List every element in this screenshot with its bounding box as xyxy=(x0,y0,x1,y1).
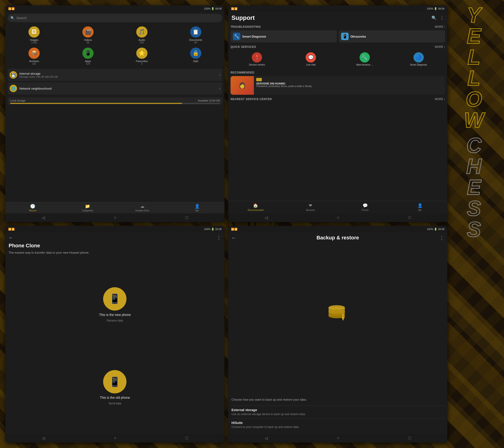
filemanager-bottom-nav: 🕐 Recent 📁 Categories ☁ Huawei Drive 👤 M… xyxy=(5,202,224,213)
images-icon: 🖼 xyxy=(28,26,40,37)
recents-nav-3[interactable]: □ xyxy=(185,436,188,441)
old-phone-option[interactable]: 📱 This is the old phone Send data xyxy=(100,370,130,405)
file-item-videos[interactable]: 🎬 Videos 69 xyxy=(62,25,115,45)
internal-storage-name: Internal storage xyxy=(19,72,217,75)
archives-label: Archives xyxy=(29,60,39,63)
internal-storage-item[interactable]: 💾 Internal storage Storage used: 104.36 … xyxy=(8,69,222,81)
support-search-icon[interactable]: 🔍 xyxy=(432,15,437,20)
signal-2: 📶📶 xyxy=(231,7,237,10)
network-storage-info: Network neighbourhood xyxy=(19,87,217,90)
search-bar[interactable]: 🔍 Search xyxy=(8,14,222,22)
search-placeholder: Search xyxy=(16,16,27,20)
network-storage-item[interactable]: 🌐 Network neighbourhood › xyxy=(8,82,222,94)
apps-label: Apps xyxy=(85,60,91,63)
home-nav-4[interactable]: ○ xyxy=(337,436,340,441)
recommended-img-placeholder: 👩 xyxy=(239,82,246,89)
recommended-section: RECOMMENDED 👩 SERVISNÉ DNI HUAWEI Pravid… xyxy=(228,70,447,96)
local-storage-bar: Local storage Available 23.64 GB xyxy=(8,97,222,105)
external-storage-option[interactable]: External storage Use an external storage… xyxy=(232,406,444,419)
recommended-subtitle: Pravidelné, predvídavy Servis, potek a k… xyxy=(256,85,443,88)
qs-live-chat[interactable]: 💬 Live chat xyxy=(285,50,337,68)
documents-label: Documents xyxy=(189,38,202,41)
old-phone-sub: Send data xyxy=(108,402,121,405)
qs-smart-diag[interactable]: 🔵 Smart Diagnosis xyxy=(392,50,445,68)
new-phone-option[interactable]: 📱 This is the new phone Receive data xyxy=(99,287,131,322)
file-item-apps[interactable]: 📱 Apps 124 xyxy=(62,46,115,67)
favourites-icon: ⭐ xyxy=(136,48,147,59)
home-nav-3[interactable]: ○ xyxy=(114,436,117,441)
clone-back-button[interactable]: ← xyxy=(9,235,13,240)
file-item-images[interactable]: 🖼 Images 2,941 xyxy=(8,25,61,45)
documents-icon: 📋 xyxy=(190,26,201,37)
quick-services-section: QUICK SERVICES MORE › 📍 Service centers … xyxy=(228,44,447,70)
nav-me-fm[interactable]: 👤 Me xyxy=(170,204,224,212)
external-storage-desc: Use an external storage device to back u… xyxy=(232,412,444,416)
nearest-more[interactable]: MORE › xyxy=(435,98,445,101)
clone-subtitle: The easiest way to transfer data to your… xyxy=(5,251,224,259)
letter-y: Y xyxy=(450,5,497,26)
quick-services-more[interactable]: MORE › xyxy=(435,45,445,49)
nn-me[interactable]: 👤 Me xyxy=(393,201,447,213)
screen-support: 📶📶 100% 🔋 08:09 Support 🔍 ⋮ TROUBLESHOOT… xyxy=(228,5,447,222)
support-more-icon[interactable]: ⋮ xyxy=(440,15,444,20)
recommended-title: SERVISNÉ DNI HUAWEI xyxy=(256,82,443,85)
system-nav-3: ◁ ○ □ xyxy=(5,434,224,443)
nn-forum[interactable]: 💬 Forum xyxy=(338,201,393,213)
recommended-card[interactable]: 👩 SERVISNÉ DNI HUAWEI Pravidelné, predví… xyxy=(231,76,445,95)
apps-count: 124 xyxy=(86,63,90,65)
huawei-brand-badge xyxy=(256,78,262,81)
back-nav-3[interactable]: ◁ xyxy=(42,436,45,441)
back-nav-1[interactable]: ◁ xyxy=(42,215,45,220)
yellow-chess-title: Y E L L O W C H E S S xyxy=(450,5,497,240)
home-nav-1[interactable]: ○ xyxy=(114,215,117,220)
audio-icon: 🎵 xyxy=(136,26,147,37)
smart-diag-qs-label: Smart Diagnosis xyxy=(410,63,427,66)
qs-service-centers[interactable]: 📍 Service centers xyxy=(231,50,284,68)
new-phone-label: This is the new phone xyxy=(99,313,131,317)
categories-label: Categories xyxy=(82,209,93,212)
nav-huawei-drive[interactable]: ☁ Huawei Drive xyxy=(115,204,170,212)
network-storage-arrow: › xyxy=(219,86,220,90)
internal-storage-sub: Storage used: 104.36 GB/128 GB xyxy=(19,75,217,78)
local-storage-label: Local storage xyxy=(10,99,25,102)
file-item-favourites[interactable]: ⭐ Favourites 0 xyxy=(115,46,168,67)
recents-nav-4[interactable]: □ xyxy=(408,436,411,441)
nn-services-icon: ❤ xyxy=(309,203,312,208)
troubleshooting-label: TROUBLESHOOTING xyxy=(231,25,261,28)
file-item-safe[interactable]: 🔒 Safe xyxy=(169,46,222,67)
archives-icon: 📦 xyxy=(28,48,40,59)
qs-maintenance[interactable]: 🔧 Main-tenance ... xyxy=(338,50,391,68)
screens-container: 📶📶 100% 🔋 08:08 🔍 Search 🖼 Images 2,941 … xyxy=(0,0,453,448)
nn-services[interactable]: ❤ Services xyxy=(283,201,338,213)
support-header-icons: 🔍 ⋮ xyxy=(432,15,444,20)
recent-label: Recent xyxy=(29,209,37,212)
obrazovka-card[interactable]: 📱 Obrazovka xyxy=(339,30,445,42)
back-nav-2[interactable]: ◁ xyxy=(265,215,268,220)
nearest-label: NEAREST SERVICE CENTER xyxy=(231,98,272,101)
service-centers-label: Service centers xyxy=(249,63,265,66)
nav-categories[interactable]: 📁 Categories xyxy=(60,204,115,212)
home-nav-2[interactable]: ○ xyxy=(337,215,340,220)
nav-recent[interactable]: 🕐 Recent xyxy=(5,204,60,212)
hisuite-option[interactable]: HiSuite Connect to your computer to back… xyxy=(232,418,444,431)
troubleshoot-cards: 🔧 Smart Diagnosis 📱 Obrazovka xyxy=(231,30,445,42)
recents-nav-1[interactable]: □ xyxy=(185,215,188,220)
letter-l1: L xyxy=(450,47,497,68)
backup-more-button[interactable]: ⋮ xyxy=(439,235,444,241)
signal-4: 📶📶 xyxy=(231,228,237,231)
images-count: 2,941 xyxy=(31,41,37,44)
troubleshooting-more[interactable]: MORE › xyxy=(435,25,445,28)
clone-more-button[interactable]: ⋮ xyxy=(216,235,221,240)
nn-recommended[interactable]: 🏠 Recommended xyxy=(228,201,283,213)
screen-filemanager: 📶📶 100% 🔋 08:08 🔍 Search 🖼 Images 2,941 … xyxy=(5,5,224,222)
audio-label: Audio xyxy=(139,38,145,41)
back-nav-4[interactable]: ◁ xyxy=(265,436,268,441)
maintenance-icon: 🔧 xyxy=(360,52,370,63)
letter-w: W xyxy=(450,110,497,131)
smart-diagnosis-card[interactable]: 🔧 Smart Diagnosis xyxy=(231,30,337,42)
backup-back-button[interactable]: ← xyxy=(232,235,236,241)
file-item-documents[interactable]: 📋 Documents 89 xyxy=(169,25,222,45)
file-item-audio[interactable]: 🎵 Audio 640 xyxy=(115,25,168,45)
recents-nav-2[interactable]: □ xyxy=(408,215,411,220)
file-item-archives[interactable]: 📦 Archives 162 xyxy=(8,46,61,67)
